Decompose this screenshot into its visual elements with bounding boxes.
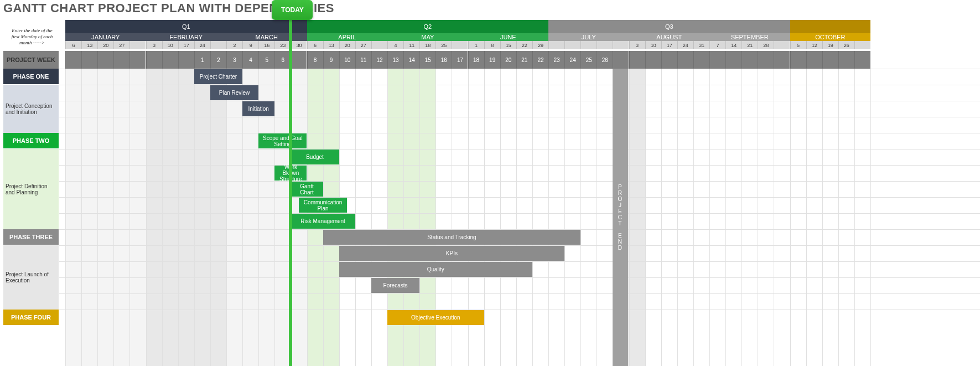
week-cell [81, 51, 97, 69]
date-cell: 4 [387, 41, 403, 49]
date-cell [774, 41, 790, 49]
week-cell [742, 51, 758, 69]
date-cell: 27 [113, 41, 129, 49]
month-header: JANUARY [65, 33, 146, 41]
month-header: FEBRUARY [146, 33, 227, 41]
date-cell: 3 [629, 41, 645, 49]
date-cell: 10 [645, 41, 661, 49]
date-cell: 17 [178, 41, 194, 49]
week-cell [661, 51, 677, 69]
date-cell: 17 [661, 41, 677, 49]
task-bar[interactable]: Objective Execution [387, 310, 484, 325]
week-cell: 6 [274, 51, 291, 69]
date-cell: 20 [97, 41, 113, 49]
week-cell: 17 [452, 51, 468, 69]
task-bar[interactable]: Scope and Goal Setting [258, 133, 307, 148]
week-cell: 1 [194, 51, 210, 69]
task-bar[interactable]: KPIs [339, 246, 564, 261]
task-bar[interactable]: Status and Tracking [323, 230, 581, 245]
week-cell: 20 [500, 51, 516, 69]
week-cell: 14 [403, 51, 419, 69]
week-cell [146, 51, 162, 69]
month-header: OCTOBER [790, 33, 871, 41]
date-cell: 9 [242, 41, 258, 49]
gantt-page: GANTT CHART PROJECT PLAN WITH DEPENDENCI… [0, 0, 980, 366]
task-bar[interactable]: Plan Review [210, 85, 258, 100]
date-cell [597, 41, 613, 49]
date-cell: 16 [258, 41, 274, 49]
week-cell: 25 [580, 51, 597, 69]
date-cell: 19 [822, 41, 838, 49]
task-bar[interactable]: Risk Management [291, 214, 355, 229]
week-cell: 12 [371, 51, 387, 69]
week-cell: 21 [516, 51, 532, 69]
date-cell: 1 [468, 41, 484, 49]
month-header: SEPTEMBER [709, 33, 790, 41]
week-cell [790, 51, 806, 69]
week-cell: 2 [210, 51, 226, 69]
date-cell: 28 [758, 41, 774, 49]
week-cell [709, 51, 725, 69]
week-cell: 9 [323, 51, 339, 69]
task-bar[interactable]: Initiation [242, 101, 274, 116]
week-cell [629, 51, 645, 69]
month-header: JULY [548, 33, 629, 41]
week-cell: 24 [564, 51, 580, 69]
task-bar[interactable]: Forecasts [371, 278, 419, 293]
date-cell [371, 41, 387, 49]
month-header: MAY [387, 33, 468, 41]
week-cell: 11 [355, 51, 371, 69]
week-cell: 15 [419, 51, 435, 69]
week-cell [291, 51, 307, 69]
week-cell: 18 [468, 51, 484, 69]
week-cell [725, 51, 742, 69]
date-cell: 26 [838, 41, 854, 49]
phase-header: PHASE THREE [3, 229, 59, 245]
task-bar[interactable]: Gantt Chart [291, 182, 323, 197]
date-cell [452, 41, 468, 49]
task-bar[interactable]: Quality [339, 262, 532, 277]
date-cell [210, 41, 226, 49]
date-cell [854, 41, 870, 49]
week-cell: 10 [339, 51, 355, 69]
date-cell: 18 [419, 41, 435, 49]
week-cell: 26 [597, 51, 613, 69]
date-cell: 27 [355, 41, 371, 49]
date-cell: 21 [742, 41, 758, 49]
task-bar[interactable]: Project Charter [194, 69, 242, 84]
quarter-header: Q3 [548, 20, 790, 33]
week-cell [758, 51, 774, 69]
phase-sub: Project Definition and Planning [3, 149, 59, 229]
phase-sub: Project Launch of Execution [3, 245, 59, 310]
date-cell [613, 41, 629, 49]
date-cell: 3 [146, 41, 162, 49]
date-cell: 14 [725, 41, 742, 49]
date-cell: 6 [65, 41, 81, 49]
week-cell: 5 [258, 51, 274, 69]
today-marker: TODAY [272, 0, 313, 20]
date-cell: 8 [484, 41, 500, 49]
date-cell: 25 [435, 41, 452, 49]
week-cell [65, 51, 81, 69]
date-cell: 29 [532, 41, 548, 49]
date-cell: 24 [677, 41, 693, 49]
date-cell: 7 [709, 41, 725, 49]
project-week-header: PROJECT WEEK [3, 51, 59, 69]
date-cell: 13 [81, 41, 97, 49]
quarter-header: Q1 [65, 20, 307, 33]
week-cell: 23 [548, 51, 564, 69]
date-cell: 31 [693, 41, 709, 49]
task-bar[interactable]: Communication Plan [299, 198, 347, 213]
date-cell: 20 [339, 41, 355, 49]
date-cell: 22 [516, 41, 532, 49]
month-header: APRIL [307, 33, 388, 41]
date-cell: 2 [226, 41, 242, 49]
phase-header: PHASE TWO [3, 133, 59, 148]
project-end-column: PROJECT END [613, 69, 628, 366]
phase-header: PHASE ONE [3, 69, 59, 84]
week-cell [693, 51, 709, 69]
date-cell: 23 [274, 41, 291, 49]
task-bar[interactable]: Budget [291, 150, 339, 164]
date-cell: 24 [194, 41, 210, 49]
date-cell [564, 41, 580, 49]
